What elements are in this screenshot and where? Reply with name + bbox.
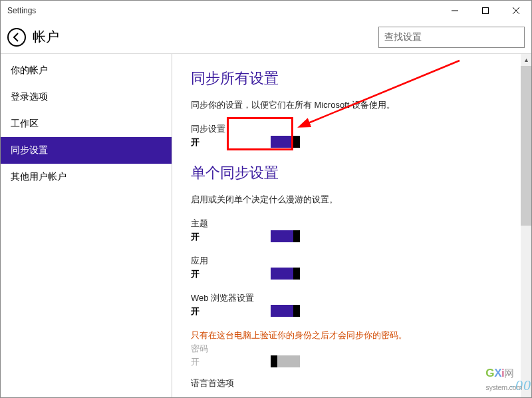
sidebar-item-other-accounts[interactable]: 其他用户帐户 <box>1 164 172 190</box>
scrollbar-up-icon[interactable]: ▴ <box>521 54 531 65</box>
watermark: GXi网system.com <box>485 367 522 393</box>
minimize-button[interactable] <box>440 1 470 21</box>
sync-settings-toggle-row: 同步设置 开 <box>191 123 513 148</box>
apps-row: 应用 开 <box>191 255 513 280</box>
sidebar-item-label: 工作区 <box>11 118 39 130</box>
sync-toggle[interactable] <box>271 136 300 148</box>
individual-description: 启用或关闭单个决定什么漫游的设置。 <box>191 194 513 206</box>
webbrowser-row: Web 浏览器设置 开 <box>191 292 513 317</box>
scrollbar-thumb[interactable] <box>521 66 531 226</box>
sidebar-item-signin-options[interactable]: 登录选项 <box>1 84 172 110</box>
language-label: 语言首选项 <box>191 377 513 389</box>
webbrowser-label: Web 浏览器设置 <box>191 292 513 304</box>
apps-toggle[interactable] <box>271 268 300 280</box>
apps-label: 应用 <box>191 255 513 267</box>
password-warning: 只有在这台电脑上验证你的身份之后才会同步你的密码。 <box>191 329 513 341</box>
sidebar-item-label: 同步设置 <box>11 144 48 156</box>
back-button[interactable] <box>7 28 26 47</box>
search-placeholder: 查找设置 <box>384 31 422 43</box>
sync-toggle-label: 同步设置 <box>191 123 513 135</box>
header: 帐户 查找设置 <box>1 21 531 54</box>
sidebar-item-workplace[interactable]: 工作区 <box>1 110 172 137</box>
webbrowser-toggle[interactable] <box>271 305 300 317</box>
sidebar-item-label: 登录选项 <box>11 91 48 103</box>
password-label: 密码 <box>191 343 513 355</box>
theme-row: 主题 开 <box>191 218 513 243</box>
titlebar: Settings <box>1 1 531 21</box>
theme-state: 开 <box>191 231 237 243</box>
sidebar-item-your-account[interactable]: 你的帐户 <box>1 57 172 84</box>
webbrowser-state: 开 <box>191 305 237 317</box>
section-title-individual: 单个同步设置 <box>191 163 513 183</box>
sync-toggle-state: 开 <box>191 136 237 148</box>
theme-toggle[interactable] <box>271 230 300 242</box>
close-button[interactable] <box>501 1 531 21</box>
window-controls <box>440 1 531 21</box>
sidebar-item-label: 你的帐户 <box>11 65 48 77</box>
password-state: 开 <box>191 356 237 368</box>
body: 你的帐户 登录选项 工作区 同步设置 其他用户帐户 同步所有设置 同步你的设置，… <box>1 54 531 397</box>
password-row: 密码 开 <box>191 343 513 368</box>
page-title: 帐户 <box>33 28 59 46</box>
maximize-button[interactable] <box>470 1 501 21</box>
password-toggle <box>271 355 300 367</box>
sidebar: 你的帐户 登录选项 工作区 同步设置 其他用户帐户 <box>1 54 172 397</box>
svg-rect-1 <box>483 8 489 14</box>
window-title: Settings <box>7 6 36 15</box>
section-title-sync-all: 同步所有设置 <box>191 69 513 89</box>
content: 同步所有设置 同步你的设置，以便它们在所有 Microsoft 设备使用。 同步… <box>172 54 531 397</box>
theme-label: 主题 <box>191 218 513 230</box>
sidebar-item-label: 其他用户帐户 <box>11 171 66 183</box>
sidebar-item-sync-settings[interactable]: 同步设置 <box>1 137 172 164</box>
sync-all-description: 同步你的设置，以便它们在所有 Microsoft 设备使用。 <box>191 99 513 111</box>
apps-state: 开 <box>191 268 237 280</box>
search-input[interactable]: 查找设置 <box>378 27 525 48</box>
